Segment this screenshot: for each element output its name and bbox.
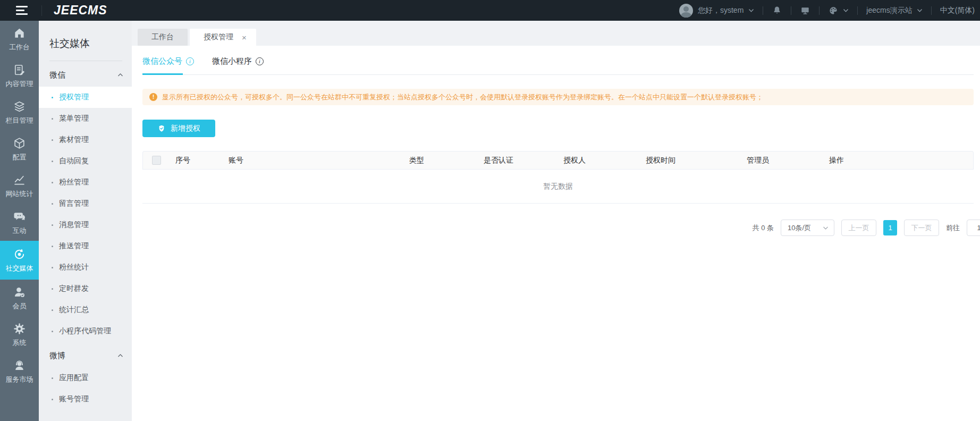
tab-authorization[interactable]: 授权管理 × [190, 29, 256, 46]
bullet-dot [52, 331, 53, 332]
topbar-separator [931, 6, 932, 15]
column-header: 授权人 [558, 151, 640, 170]
palette-icon [828, 5, 839, 16]
next-page-button[interactable]: 下一页 [904, 220, 939, 236]
sidebar-item-social-media[interactable]: 社交媒体 [0, 241, 39, 280]
submenu-item-label: 账号管理 [59, 394, 89, 404]
submenu-section-wechat[interactable]: 微信 [39, 63, 132, 87]
submenu-item-label: 消息管理 [59, 220, 89, 230]
user-menu[interactable]: 您好，system [679, 4, 754, 18]
chevron-down-icon [917, 9, 923, 13]
menu-toggle-icon[interactable] [16, 6, 29, 15]
goto-label: 前往 [946, 223, 960, 233]
submenu-item-fan-stats[interactable]: 粉丝统计 [39, 257, 132, 278]
sidebar-item-label: 配置 [13, 153, 27, 162]
current-page-button[interactable]: 1 [883, 220, 897, 235]
subtabs: 微信公众号 i 微信小程序 i [142, 46, 974, 75]
goto-page-input[interactable] [967, 220, 980, 236]
sidebar-item-label: 工作台 [9, 43, 30, 52]
theme-menu[interactable] [828, 5, 849, 16]
prev-page-button[interactable]: 上一页 [841, 220, 876, 236]
sidebar-item-label: 服务市场 [6, 375, 33, 384]
site-switcher[interactable]: jeecms演示站 [866, 6, 922, 15]
column-header: 管理员 [741, 151, 824, 170]
bullet-dot [52, 224, 53, 226]
sidebar-item-system[interactable]: 系统 [0, 316, 39, 353]
chevron-up-icon [117, 73, 123, 77]
bullet-dot [52, 182, 53, 183]
submenu-item-auto-reply[interactable]: 自动回复 [39, 150, 132, 172]
bullet-dot [52, 161, 53, 162]
submenu-item-messages[interactable]: 消息管理 [39, 214, 132, 235]
chevron-down-icon [748, 9, 754, 13]
tab-label: 授权管理 [204, 32, 233, 42]
submenu-section-weibo[interactable]: 微博 [39, 344, 132, 367]
empty-state-text: 暂无数据 [142, 170, 974, 204]
bullet-dot [52, 139, 53, 141]
page-size-select[interactable]: 10条/页 [781, 220, 834, 236]
column-header: 操作 [824, 151, 974, 170]
submenu-section-label: 微博 [49, 351, 65, 361]
app-logo[interactable]: JEECMS [54, 3, 107, 18]
subtab-wechat-miniprogram[interactable]: 微信小程序 i [212, 56, 264, 74]
submenu-item-menus[interactable]: 菜单管理 [39, 108, 132, 129]
submenu-item-app-config[interactable]: 应用配置 [39, 367, 132, 389]
monitor-icon[interactable] [800, 5, 810, 16]
submenu-section-label: 微信 [49, 70, 65, 80]
submenu-item-label: 素材管理 [59, 135, 89, 145]
warning-alert: ! 显示所有已授权的公众号，可授权多个。同一公众号在站群中不可重复授权；当站点授… [142, 89, 974, 105]
submenu-item-label: 授权管理 [59, 92, 89, 102]
info-icon[interactable]: i [256, 57, 264, 65]
sidebar-item-content[interactable]: 内容管理 [0, 57, 39, 94]
submenu-item-label: 定时群发 [59, 284, 89, 293]
avatar [679, 4, 693, 18]
social-media-icon [13, 248, 26, 261]
chevron-up-icon [117, 353, 123, 358]
document-edit-icon [13, 63, 26, 77]
gear-icon [13, 322, 26, 335]
app-root: JEECMS 您好，system jeecms演示站 中文(简体) [0, 0, 980, 421]
submenu-item-label: 应用配置 [59, 373, 89, 383]
add-authorization-button[interactable]: 新增授权 [142, 120, 215, 137]
submenu-item-authorization[interactable]: 授权管理 [39, 87, 132, 108]
sidebar-item-channels[interactable]: 栏目管理 [0, 94, 39, 131]
submenu-item-fans[interactable]: 粉丝管理 [39, 172, 132, 193]
sidebar-item-label: 会员 [13, 301, 27, 311]
topbar-separator [763, 6, 763, 15]
sidebar-item-members[interactable]: 会员 [0, 280, 39, 316]
sidebar-item-workbench[interactable]: 工作台 [0, 21, 39, 57]
submenu-item-scheduled-broadcast[interactable]: 定时群发 [39, 278, 132, 299]
alert-text: 显示所有已授权的公众号，可授权多个。同一公众号在站群中不可重复授权；当站点授权多… [162, 92, 763, 102]
sidebar-item-interaction[interactable]: 互动 [0, 204, 39, 241]
pagination-total: 共 0 条 [753, 223, 774, 233]
subtab-wechat-official-account[interactable]: 微信公众号 i [142, 56, 194, 74]
sidebar-item-marketplace[interactable]: 服务市场 [0, 353, 39, 390]
subtab-label: 微信小程序 [212, 56, 252, 66]
language-switcher[interactable]: 中文(简体) [940, 6, 975, 15]
pagination: 共 0 条 10条/页 上一页 1 下一页 前往 [142, 220, 980, 236]
bullet-dot [52, 246, 53, 247]
info-icon[interactable]: i [186, 57, 194, 65]
submenu-item-push[interactable]: 推送管理 [39, 235, 132, 257]
logo-separator [41, 5, 42, 16]
sidebar-item-statistics[interactable]: 网站统计 [0, 167, 39, 204]
submenu-item-messages-board[interactable]: 留言管理 [39, 193, 132, 214]
close-icon[interactable]: × [242, 33, 247, 41]
sidebar: 工作台 内容管理 栏目管理 配置 网站统计 互动 [0, 21, 39, 421]
select-all-checkbox[interactable] [152, 156, 161, 165]
sidebar-item-label: 系统 [13, 338, 27, 348]
column-header: 序号 [170, 151, 223, 170]
bullet-dot [52, 377, 53, 379]
submenu-item-miniprogram-code[interactable]: 小程序代码管理 [39, 321, 132, 342]
sidebar-item-config[interactable]: 配置 [0, 131, 39, 167]
submenu-item-stats-summary[interactable]: 统计汇总 [39, 299, 132, 321]
tab-workbench[interactable]: 工作台 [138, 29, 188, 46]
submenu-item-account-management[interactable]: 账号管理 [39, 389, 132, 410]
submenu-item-label: 自动回复 [59, 156, 89, 166]
content-area: 工作台 授权管理 × 微信公众号 i 微信小程序 i [132, 21, 980, 421]
user-greeting: 您好，system [698, 6, 744, 15]
submenu-item-materials[interactable]: 素材管理 [39, 129, 132, 150]
sidebar-item-label: 网站统计 [6, 189, 33, 199]
submenu-divider [49, 61, 122, 61]
bell-icon[interactable] [772, 5, 782, 16]
